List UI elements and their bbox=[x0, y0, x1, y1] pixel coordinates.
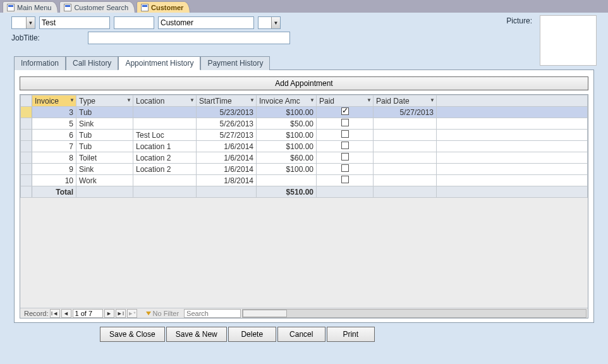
cell-paid-date[interactable] bbox=[374, 118, 437, 130]
cell-paid[interactable] bbox=[317, 118, 374, 130]
cell-paid-date[interactable] bbox=[374, 130, 437, 141]
nav-new-button[interactable]: ►* bbox=[127, 309, 137, 318]
row-selector[interactable] bbox=[21, 107, 32, 118]
cell-paid[interactable] bbox=[317, 107, 374, 118]
cell-type[interactable]: Work bbox=[76, 175, 133, 186]
table-row[interactable]: 6TubTest Loc5/27/2013$100.00 bbox=[21, 130, 588, 141]
cell-starttime[interactable]: 5/23/2013 bbox=[197, 107, 257, 118]
row-selector[interactable] bbox=[21, 141, 32, 152]
record-position[interactable] bbox=[73, 309, 103, 318]
row-selector[interactable] bbox=[21, 175, 32, 186]
cell-type[interactable]: Toilet bbox=[76, 152, 133, 164]
tab-main-menu[interactable]: Main Menu bbox=[3, 1, 58, 13]
cell-invoice-amt[interactable]: $100.00 bbox=[257, 164, 317, 175]
cell-invoice-amt[interactable]: $100.00 bbox=[257, 141, 317, 152]
col-invoice[interactable]: Invoice▼ bbox=[32, 95, 76, 107]
row-selector[interactable] bbox=[21, 118, 32, 130]
save-new-button[interactable]: Save & New bbox=[166, 327, 227, 342]
col-paid-date[interactable]: Paid Date▼ bbox=[374, 95, 437, 107]
col-location[interactable]: Location▼ bbox=[133, 95, 197, 107]
jobtitle-input[interactable] bbox=[88, 32, 290, 44]
grid-search-input[interactable] bbox=[184, 309, 241, 318]
subtab-payment-history[interactable]: Payment History bbox=[200, 56, 270, 70]
cell-invoice[interactable]: 7 bbox=[32, 141, 76, 152]
row-selector[interactable] bbox=[21, 152, 32, 164]
cell-starttime[interactable]: 1/6/2014 bbox=[197, 141, 257, 152]
save-close-button[interactable]: Save & Close bbox=[100, 327, 165, 342]
table-row[interactable]: 8ToiletLocation 21/6/2014$60.00 bbox=[21, 152, 588, 164]
cell-invoice[interactable]: 5 bbox=[32, 118, 76, 130]
cell-paid[interactable] bbox=[317, 141, 374, 152]
filter-indicator[interactable]: No Filter bbox=[141, 310, 185, 317]
col-starttime[interactable]: StartTime▼ bbox=[197, 95, 257, 107]
table-row[interactable]: 3Tub5/23/2013$100.005/27/2013 bbox=[21, 107, 588, 118]
cell-type[interactable]: Tub bbox=[76, 130, 133, 141]
nav-next-button[interactable]: ► bbox=[104, 309, 114, 318]
cell-location[interactable]: Location 2 bbox=[133, 164, 197, 175]
tab-customer-search[interactable]: Customer Search bbox=[59, 1, 135, 13]
cell-location[interactable]: Test Loc bbox=[133, 130, 197, 141]
cell-invoice-amt[interactable] bbox=[257, 175, 317, 186]
table-row[interactable]: 7TubLocation 11/6/2014$100.00 bbox=[21, 141, 588, 152]
add-appointment-button[interactable]: Add Appointment bbox=[20, 76, 588, 90]
table-row[interactable]: 5Sink5/26/2013$50.00 bbox=[21, 118, 588, 130]
subtab-information[interactable]: Information bbox=[14, 56, 66, 70]
cell-paid[interactable] bbox=[317, 130, 374, 141]
horizontal-scrollbar[interactable] bbox=[242, 309, 587, 318]
cell-invoice[interactable]: 8 bbox=[32, 152, 76, 164]
table-row[interactable]: 9SinkLocation 21/6/2014$100.00 bbox=[21, 164, 588, 175]
print-button[interactable]: Print bbox=[327, 327, 375, 342]
cell-type[interactable]: Tub bbox=[76, 107, 133, 118]
row-selector[interactable] bbox=[21, 130, 32, 141]
cell-starttime[interactable]: 5/27/2013 bbox=[197, 130, 257, 141]
cell-paid[interactable] bbox=[317, 175, 374, 186]
subtab-call-history[interactable]: Call History bbox=[66, 56, 118, 70]
picture-box[interactable] bbox=[540, 15, 597, 66]
nav-last-button[interactable]: ►I bbox=[116, 309, 126, 318]
cell-location[interactable] bbox=[133, 175, 197, 186]
cell-starttime[interactable]: 1/6/2014 bbox=[197, 164, 257, 175]
middle-name-input[interactable] bbox=[114, 16, 154, 29]
cell-paid-date[interactable] bbox=[374, 152, 437, 164]
cell-paid-date[interactable] bbox=[374, 141, 437, 152]
subtab-appointment-history[interactable]: Appointment History bbox=[118, 56, 200, 70]
cell-invoice-amt[interactable]: $50.00 bbox=[257, 118, 317, 130]
cell-type[interactable]: Sink bbox=[76, 164, 133, 175]
cell-invoice[interactable]: 10 bbox=[32, 175, 76, 186]
suffix-combo[interactable]: ▼ bbox=[258, 16, 281, 29]
nav-first-button[interactable]: I◄ bbox=[50, 309, 60, 318]
nav-prev-button[interactable]: ◄ bbox=[61, 309, 71, 318]
last-name-input[interactable] bbox=[158, 16, 254, 29]
cell-type[interactable]: Sink bbox=[76, 118, 133, 130]
cell-invoice-amt[interactable]: $100.00 bbox=[257, 107, 317, 118]
col-paid[interactable]: Paid▼ bbox=[317, 95, 374, 107]
row-selector[interactable] bbox=[21, 164, 32, 175]
cell-invoice-amt[interactable]: $100.00 bbox=[257, 130, 317, 141]
prefix-combo[interactable]: ▼ bbox=[11, 16, 35, 29]
cell-paid-date[interactable] bbox=[374, 175, 437, 186]
col-invoice-amt[interactable]: Invoice Amc▼ bbox=[257, 95, 317, 107]
cell-paid-date[interactable] bbox=[374, 164, 437, 175]
cell-location[interactable]: Location 1 bbox=[133, 141, 197, 152]
cell-location[interactable] bbox=[133, 107, 197, 118]
delete-button[interactable]: Delete bbox=[228, 327, 276, 342]
cell-type[interactable]: Tub bbox=[76, 141, 133, 152]
cell-starttime[interactable]: 1/8/2014 bbox=[197, 175, 257, 186]
cell-invoice[interactable]: 6 bbox=[32, 130, 76, 141]
first-name-input[interactable] bbox=[39, 16, 110, 29]
tab-customer[interactable]: Customer bbox=[137, 1, 190, 13]
cell-paid-date[interactable]: 5/27/2013 bbox=[374, 107, 437, 118]
col-type[interactable]: Type▼ bbox=[76, 95, 133, 107]
table-row[interactable]: 10Work1/8/2014 bbox=[21, 175, 588, 186]
cell-paid[interactable] bbox=[317, 152, 374, 164]
cancel-button[interactable]: Cancel bbox=[277, 327, 325, 342]
row-selector-header[interactable] bbox=[21, 95, 32, 107]
cell-invoice[interactable]: 9 bbox=[32, 164, 76, 175]
cell-location[interactable]: Location 2 bbox=[133, 152, 197, 164]
cell-location[interactable] bbox=[133, 118, 197, 130]
cell-starttime[interactable]: 5/26/2013 bbox=[197, 118, 257, 130]
cell-starttime[interactable]: 1/6/2014 bbox=[197, 152, 257, 164]
cell-invoice[interactable]: 3 bbox=[32, 107, 76, 118]
cell-paid[interactable] bbox=[317, 164, 374, 175]
cell-invoice-amt[interactable]: $60.00 bbox=[257, 152, 317, 164]
